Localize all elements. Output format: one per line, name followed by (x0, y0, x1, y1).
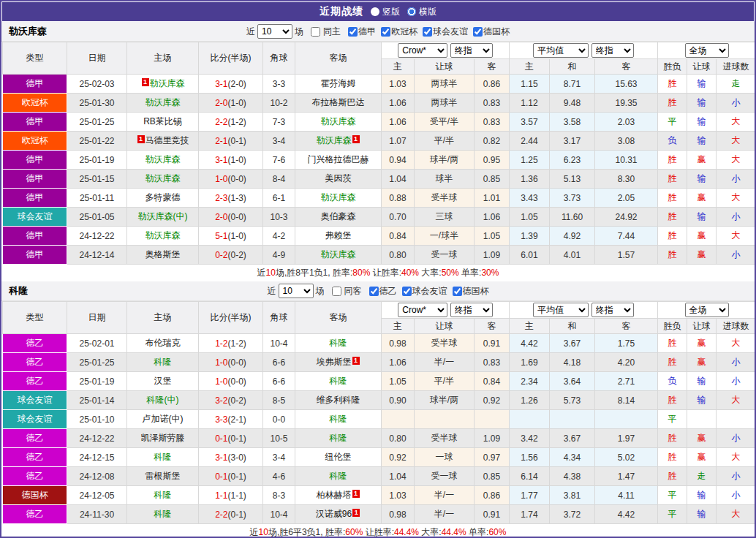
same-venue-checkbox[interactable] (311, 27, 320, 37)
league-filter-checkbox[interactable] (423, 27, 432, 37)
odds-handicap: 两球半 (415, 94, 475, 113)
result-handicap: 赢 (687, 334, 717, 353)
score-cell: 0-2(0-2) (199, 246, 263, 265)
recent-count-select[interactable]: 10 (257, 24, 292, 39)
result-goals: 小 (717, 246, 756, 265)
halftime-score: (0-1) (228, 509, 246, 520)
result-handicap: 输 (687, 132, 717, 151)
radio-vertical[interactable]: 竖版 (371, 6, 400, 18)
fulltime-score: 1-0 (215, 174, 227, 184)
score-cell: 2-0(1-0) (199, 94, 263, 113)
league-filter-checkbox[interactable] (348, 27, 358, 37)
odds-home: 0.80 (382, 429, 415, 448)
odds-away: 1.09 (475, 246, 510, 265)
period-select[interactable]: 全场 (685, 303, 729, 317)
match-date: 25-01-25 (67, 353, 127, 372)
avg-draw: 5.73 (550, 391, 595, 410)
summary-segment: 单率: (459, 268, 482, 278)
league-filter-label: 德乙 (379, 285, 397, 298)
result-wdl: 胜 (658, 467, 687, 486)
summary-segment: 单率: (466, 527, 489, 537)
result-goals: 小 (717, 429, 756, 448)
result-handicap (687, 410, 717, 429)
result-handicap: 输 (687, 94, 717, 113)
score-cell: 2-2(0-1) (199, 505, 263, 524)
odds-home: 0.92 (382, 448, 415, 467)
score-cell: 1-0(0-0) (199, 353, 263, 372)
corners: 6-6 (263, 353, 295, 372)
recent-count-select[interactable]: 10 (279, 284, 314, 298)
league-filter-checkbox[interactable] (369, 287, 379, 296)
avg-final-select[interactable]: 终指 (591, 43, 634, 58)
match-date: 25-01-05 (67, 208, 127, 227)
corners: 3-4 (263, 448, 295, 467)
odds-home: 1.06 (382, 113, 415, 132)
near-label: 近 (246, 26, 255, 38)
league-filter-checkbox[interactable] (402, 287, 412, 296)
period-select[interactable]: 全场 (685, 43, 729, 58)
avg-select[interactable]: 平均值 (533, 43, 589, 58)
fulltime-score: 0-1 (215, 471, 227, 482)
col-header-away: 客场 (295, 302, 382, 334)
avg-draw: 3.17 (550, 132, 595, 151)
summary-segment: 10 (266, 268, 276, 278)
league-filter-checkbox[interactable] (453, 287, 462, 296)
avg-draw: 4.92 (550, 227, 595, 246)
match-date: 25-01-19 (67, 151, 127, 170)
odds-away: 0.83 (475, 94, 510, 113)
odds-final-select[interactable]: 终指 (450, 43, 493, 58)
home-team-cell: 科隆(中) (127, 391, 199, 410)
match-date: 24-12-14 (67, 246, 127, 265)
summary-segment: 44.4% (442, 527, 466, 537)
team-name: 勒沃库森 (321, 116, 356, 126)
sub-col-wdl: 胜负 (658, 59, 687, 75)
result-wdl: 平 (658, 486, 687, 505)
odds-home: 0.94 (382, 151, 415, 170)
summary-segment: 60% (345, 527, 363, 537)
sub-col-avg-draw: 和 (550, 319, 595, 334)
league-filter-checkbox[interactable] (473, 27, 483, 37)
avg-select[interactable]: 平均值 (533, 303, 589, 317)
avg-home: 3.42 (510, 429, 550, 448)
avg-home: 3.43 (510, 189, 550, 208)
league-filter-label: 德国杯 (463, 285, 489, 298)
league-filters: 德甲欧冠杯球会友谊德国杯 (343, 26, 510, 38)
odds-handicap: 两球半 (415, 75, 475, 94)
avg-away: 19.35 (595, 94, 658, 113)
odds-company-select[interactable]: Crow* (398, 43, 447, 58)
home-team-cell: RB莱比锡 (127, 113, 199, 132)
league-badge: 欧冠杯 (3, 132, 67, 151)
sub-col-avg-home: 主 (510, 319, 550, 334)
league-filter-checkbox[interactable] (381, 27, 390, 37)
team-section: 科隆 近 10 场 同客 德乙球会友谊德国杯 类型 日期 主场 (1, 281, 755, 538)
halftime-score: (2-1) (228, 414, 246, 425)
team-name: 勒沃库森 (321, 249, 356, 259)
radio-horizontal[interactable]: 横版 (407, 6, 436, 18)
league-badge: 德国杯 (3, 486, 67, 505)
avg-home: 4.42 (510, 334, 550, 353)
summary-segment: 80% (352, 268, 370, 278)
home-team-cell: 勒沃库森 (127, 170, 199, 189)
fulltime-score: 3-2 (215, 395, 227, 406)
league-filter-label: 球会友谊 (412, 285, 447, 298)
result-goals (717, 410, 756, 429)
radio-vertical-icon[interactable] (371, 7, 379, 16)
away-team-cell: 勒沃库森 (295, 189, 382, 208)
section-header: 勒沃库森 近 10 场 同主 德甲欧冠杯球会友谊德国杯 (1, 22, 755, 42)
sub-col-handicap: 让球 (415, 319, 475, 334)
halftime-score: (0-2) (228, 395, 246, 406)
odds-final-select[interactable]: 终指 (450, 303, 493, 317)
radio-horizontal-icon[interactable] (407, 7, 416, 16)
odds-home: 0.88 (382, 189, 415, 208)
odds-handicap: 半/一 (415, 505, 475, 524)
score-cell: 0-1(0-1) (199, 429, 263, 448)
odds-home: 1.03 (382, 486, 415, 505)
match-date: 25-01-14 (67, 391, 127, 410)
avg-draw (550, 410, 595, 429)
odds-home: 1.04 (382, 467, 415, 486)
odds-company-select[interactable]: Crow* (398, 303, 447, 317)
halftime-score: (2-0) (228, 79, 246, 89)
same-venue-checkbox[interactable] (332, 287, 341, 296)
avg-final-select[interactable]: 终指 (591, 303, 634, 317)
sub-col-avg-away: 客 (595, 59, 658, 75)
